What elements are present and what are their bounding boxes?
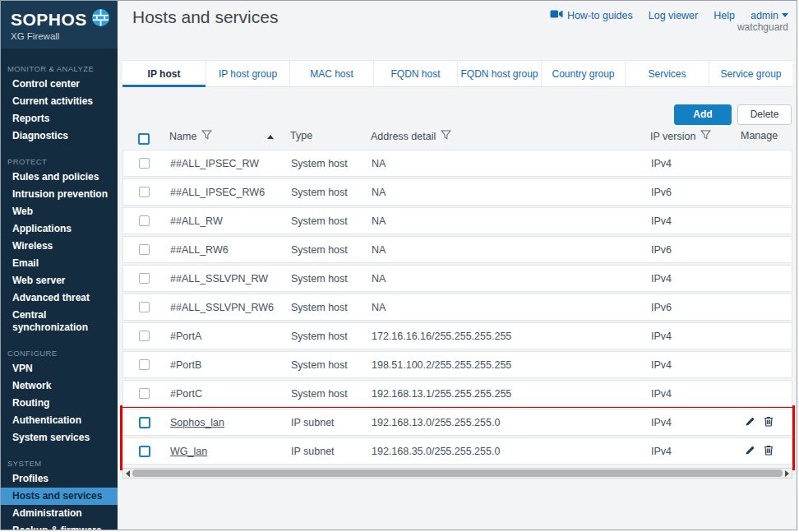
row-checkbox[interactable] <box>139 446 150 457</box>
scrollbar-thumb[interactable] <box>132 470 783 477</box>
sidebar-item-central-synchronization[interactable]: Central synchronization <box>1 307 118 336</box>
manage-actions <box>745 416 774 427</box>
host-name: ##ALL_SSLVPN_RW6 <box>170 302 274 313</box>
row-checkbox[interactable] <box>139 215 150 226</box>
ip-host-table: Name Type Address detail IP version <box>122 126 792 466</box>
host-type: System host <box>291 302 348 313</box>
horizontal-scrollbar[interactable] <box>122 468 792 479</box>
table-row: #PortBSystem host198.51.100.2/255.255.25… <box>122 351 792 378</box>
host-ip-version: IPv6 <box>651 302 672 313</box>
sort-ascending-icon[interactable] <box>267 135 274 139</box>
filter-icon[interactable] <box>441 130 451 142</box>
user-menu[interactable]: admin <box>751 10 788 21</box>
host-ip-version: IPv4 <box>651 331 672 342</box>
tab-service-group[interactable]: Service group <box>709 61 792 86</box>
host-name: #PortC <box>170 388 202 400</box>
tab-bar: IP hostIP host groupMAC hostFQDN hostFQD… <box>122 60 792 87</box>
sidebar-item-diagnostics[interactable]: Diagnostics <box>1 127 118 145</box>
tab-country-group[interactable]: Country group <box>541 61 625 86</box>
sidebar-item-wireless[interactable]: Wireless <box>1 238 118 255</box>
sidebar-item-web[interactable]: Web <box>1 203 118 220</box>
sidebar-item-routing[interactable]: Routing <box>1 395 118 412</box>
host-type: System host <box>291 244 348 256</box>
host-type: System host <box>291 359 348 371</box>
sidebar-section: MONITOR & ANALYZEControl centerCurrent a… <box>1 61 118 145</box>
sidebar-section: PROTECTRules and policiesIntrusion preve… <box>1 154 118 336</box>
sidebar-item-email[interactable]: Email <box>1 255 118 272</box>
row-checkbox[interactable] <box>139 158 150 169</box>
tab-mac-host[interactable]: MAC host <box>289 61 373 86</box>
row-checkbox[interactable] <box>139 302 150 312</box>
host-name: #PortA <box>170 331 201 342</box>
table-row: Sophos_lanIP subnet192.168.13.0/255.255.… <box>122 409 792 436</box>
sidebar-item-current-activities[interactable]: Current activities <box>1 93 118 110</box>
table-row: WG_lanIP subnet192.168.35.0/255.255.255.… <box>122 437 792 465</box>
host-address: NA <box>372 158 386 169</box>
tab-ip-host[interactable]: IP host <box>122 61 206 86</box>
delete-trash-icon[interactable] <box>764 416 774 427</box>
host-type: IP subnet <box>291 446 335 457</box>
host-address: NA <box>372 215 386 227</box>
sidebar-item-rules-and-policies[interactable]: Rules and policies <box>1 169 118 186</box>
sidebar-item-vpn[interactable]: VPN <box>1 360 118 377</box>
row-checkbox[interactable] <box>139 331 150 341</box>
host-ip-version: IPv4 <box>651 158 672 169</box>
sidebar-item-profiles[interactable]: Profiles <box>1 470 118 488</box>
sidebar-item-backup-firmware[interactable]: Backup & firmware <box>1 522 118 530</box>
host-address: 198.51.100.2/255.255.255.255 <box>372 359 511 371</box>
host-address: NA <box>372 273 386 285</box>
host-type: IP subnet <box>291 417 335 428</box>
sidebar: SOPHOS XG Firewall MONITOR & ANALYZECont… <box>1 1 118 530</box>
host-name[interactable]: Sophos_lan <box>170 417 224 428</box>
sidebar-section-label: MONITOR & ANALYZE <box>1 61 118 76</box>
help-link[interactable]: Help <box>714 10 735 21</box>
log-viewer-link[interactable]: Log viewer <box>649 10 698 21</box>
table-row: ##ALL_IPSEC_RW6System hostNAIPv6 <box>122 178 792 206</box>
column-header-ip-version[interactable]: IP version <box>650 131 695 142</box>
row-checkbox[interactable] <box>139 273 150 284</box>
row-checkbox[interactable] <box>139 187 150 197</box>
scroll-right-arrow-icon[interactable] <box>783 469 792 478</box>
sidebar-section-label: PROTECT <box>1 154 118 169</box>
table-rows: ##ALL_IPSEC_RWSystem hostNAIPv4##ALL_IPS… <box>122 150 792 465</box>
sidebar-item-advanced-threat[interactable]: Advanced threat <box>1 289 118 307</box>
sidebar-section-label: CONFIGURE <box>1 345 118 360</box>
tab-fqdn-host[interactable]: FQDN host <box>373 61 457 86</box>
row-checkbox[interactable] <box>139 388 150 399</box>
row-checkbox[interactable] <box>139 359 150 370</box>
sidebar-item-intrusion-prevention[interactable]: Intrusion prevention <box>1 186 118 203</box>
column-header-name[interactable]: Name <box>169 131 196 142</box>
filter-icon[interactable] <box>700 130 711 142</box>
host-name: ##ALL_IPSEC_RW <box>170 158 259 169</box>
delete-button[interactable]: Delete <box>737 104 792 125</box>
howto-guides-link[interactable]: How-to guides <box>550 9 633 21</box>
topbar: How-to guides Log viewer Help admin <box>550 9 788 21</box>
row-checkbox[interactable] <box>139 244 150 255</box>
scroll-left-arrow-icon[interactable] <box>123 469 132 478</box>
tab-ip-host-group[interactable]: IP host group <box>206 61 289 86</box>
filter-icon[interactable] <box>201 130 212 142</box>
sidebar-item-authentication[interactable]: Authentication <box>1 412 118 429</box>
sidebar-item-hosts-and-services[interactable]: Hosts and services <box>1 488 118 505</box>
sidebar-item-applications[interactable]: Applications <box>1 220 118 238</box>
video-camera-icon <box>550 9 563 21</box>
appliance-name: watchguard <box>737 21 788 33</box>
edit-pencil-icon[interactable] <box>745 445 755 456</box>
sidebar-item-reports[interactable]: Reports <box>1 110 118 127</box>
add-button[interactable]: Add <box>674 104 732 125</box>
column-header-type[interactable]: Type <box>290 130 312 141</box>
tab-services[interactable]: Services <box>625 61 709 86</box>
sidebar-item-control-center[interactable]: Control center <box>1 76 118 93</box>
select-all-checkbox[interactable] <box>138 133 150 145</box>
tab-fqdn-host-group[interactable]: FQDN host group <box>457 61 541 86</box>
sidebar-item-administration[interactable]: Administration <box>1 505 118 522</box>
sidebar-item-web-server[interactable]: Web server <box>1 272 118 289</box>
sidebar-item-system-services[interactable]: System services <box>1 429 118 446</box>
column-header-address[interactable]: Address detail <box>371 131 436 142</box>
host-name[interactable]: WG_lan <box>170 446 207 457</box>
host-name: ##ALL_RW <box>170 215 223 227</box>
row-checkbox[interactable] <box>139 417 150 428</box>
edit-pencil-icon[interactable] <box>745 416 755 427</box>
delete-trash-icon[interactable] <box>764 445 774 456</box>
sidebar-item-network[interactable]: Network <box>1 377 118 395</box>
